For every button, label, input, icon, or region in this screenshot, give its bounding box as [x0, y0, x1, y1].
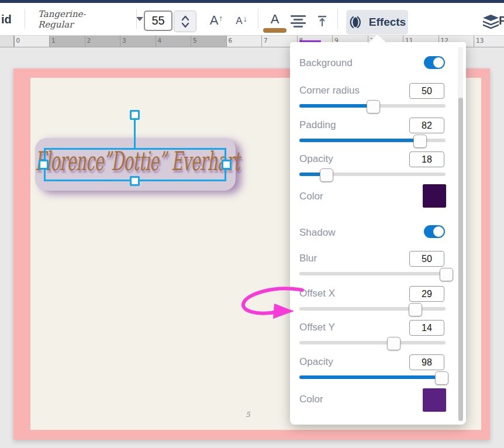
ruler-tick — [49, 36, 50, 47]
slider-fill — [299, 139, 419, 142]
increase-font-button[interactable]: A↑ — [205, 11, 228, 30]
grid-button-partial[interactable]: id — [1, 11, 12, 27]
opacity-input[interactable]: 98 — [409, 354, 444, 370]
section-title-shadow: Shadow — [299, 227, 335, 239]
blur-label: Blur — [299, 253, 317, 264]
decrease-font-button[interactable]: A↓ — [230, 12, 253, 30]
ruler-tick-label: 1 — [51, 37, 56, 44]
position-button-partial[interactable]: P — [499, 12, 504, 29]
background-color-label: Color — [299, 191, 323, 202]
font-size-input[interactable]: 55 — [144, 11, 172, 31]
down-arrow-icon: ↓ — [243, 14, 247, 23]
corner-radius-input[interactable]: 50 — [409, 83, 444, 99]
vertical-align-top-button[interactable] — [315, 13, 330, 29]
opacity-label: Opacity — [299, 356, 333, 368]
ruler-origin-stub — [0, 36, 14, 47]
panel-scrollbar-thumb[interactable] — [458, 98, 463, 421]
app-window: id Tangerine-Regular 55 A↑ A↓ A — [0, 0, 504, 448]
align-line — [291, 22, 306, 24]
ruler-tick-label: 6 — [229, 37, 233, 44]
letter-a: A — [210, 13, 219, 28]
letter-a: A — [236, 15, 242, 27]
opacity-slider-thumb[interactable] — [320, 168, 333, 182]
stepper-down-icon[interactable] — [180, 22, 191, 29]
effects-icon — [348, 16, 364, 29]
padding-slider-thumb[interactable] — [413, 135, 427, 148]
offset-x-input[interactable]: 29 — [409, 286, 444, 302]
opacity-label: Opacity — [299, 153, 333, 165]
blur-slider-track[interactable] — [299, 272, 446, 275]
offset-x-slider-track[interactable] — [299, 307, 446, 311]
divider — [25, 9, 25, 29]
layers-button[interactable] — [482, 13, 499, 30]
padding-label: Padding — [299, 119, 336, 131]
toggle-knob — [433, 57, 444, 68]
ruler-tick-label: 0 — [16, 37, 20, 44]
offset-y-input[interactable]: 14 — [409, 320, 444, 336]
ruler-tick-label: 13 — [476, 37, 484, 44]
shadow-color-swatch[interactable] — [423, 388, 446, 412]
divider — [337, 9, 338, 29]
ruler-tick — [191, 36, 191, 47]
blur-slider-thumb[interactable] — [440, 268, 453, 281]
align-line — [291, 15, 306, 17]
letter-a: A — [271, 12, 279, 26]
offset-y-slider-track[interactable] — [299, 341, 446, 344]
toggle-knob — [433, 226, 444, 237]
font-family-dropdown[interactable]: Tangerine-Regular — [32, 8, 120, 31]
shadow-toggle[interactable] — [424, 225, 445, 238]
ruler-tick-label: 7 — [264, 37, 268, 44]
effects-button[interactable]: Effects — [346, 10, 408, 35]
resize-handle-right[interactable] — [222, 160, 232, 170]
text-align-button[interactable] — [289, 13, 308, 29]
ruler-tick — [261, 36, 262, 47]
align-top-icon — [316, 15, 328, 27]
resize-handle-left[interactable] — [39, 160, 49, 170]
padding-input[interactable]: 82 — [409, 118, 444, 133]
section-title-background: Background — [299, 57, 353, 69]
ruler-tick — [14, 36, 15, 47]
slider-fill — [299, 375, 441, 379]
effects-button-label: Effects — [369, 16, 406, 29]
ruler-tick-label: 4 — [158, 37, 162, 44]
rotation-handle-stem — [134, 120, 136, 149]
shadow-color-label: Color — [299, 394, 323, 405]
offset-x-label: Offset X — [299, 288, 335, 299]
font-family-value: Tangerine-Regular — [32, 9, 120, 30]
ruler-tick — [474, 36, 474, 47]
align-line — [294, 19, 303, 20]
purple-ruler-marker — [299, 40, 321, 42]
ruler-tick-label: 3 — [122, 37, 126, 44]
ruler-tick-label: 2 — [87, 37, 91, 44]
ruler-tick — [226, 36, 227, 47]
layers-icon — [483, 15, 499, 29]
background-toggle[interactable] — [424, 56, 445, 69]
corner-radius-slider-thumb[interactable] — [367, 100, 380, 113]
page-number: 5 — [246, 411, 250, 419]
ruler-tick — [85, 36, 85, 47]
opacity-slider-thumb[interactable] — [435, 371, 448, 385]
text-color-button[interactable]: A — [263, 10, 286, 35]
effects-panel: BackgroundCorner radius50Padding82Opacit… — [290, 42, 466, 425]
rotation-handle[interactable] — [130, 110, 140, 120]
ruler-tick — [120, 36, 120, 47]
offset-y-label: Offset Y — [299, 322, 335, 333]
corner-radius-label: Corner radius — [299, 85, 360, 97]
resize-handle-bottom[interactable] — [130, 176, 140, 186]
stepper-up-icon[interactable] — [180, 15, 191, 22]
opacity-input[interactable]: 18 — [409, 151, 444, 167]
blur-input[interactable]: 50 — [409, 251, 444, 267]
ruler-tick — [156, 36, 156, 47]
offset-x-slider-thumb[interactable] — [409, 303, 422, 316]
text-toolbar: id Tangerine-Regular 55 A↑ A↓ A — [0, 3, 504, 36]
up-arrow-icon: ↑ — [219, 13, 223, 23]
offset-y-slider-thumb[interactable] — [387, 337, 401, 350]
divider — [258, 9, 258, 29]
chevron-down-icon — [136, 17, 143, 21]
font-size-stepper[interactable] — [174, 11, 196, 32]
background-color-swatch[interactable] — [423, 184, 446, 208]
slider-fill — [299, 104, 372, 108]
annotation-arrow — [236, 285, 305, 322]
opacity-slider-track[interactable] — [299, 375, 446, 379]
current-text-color-swatch — [263, 28, 286, 33]
